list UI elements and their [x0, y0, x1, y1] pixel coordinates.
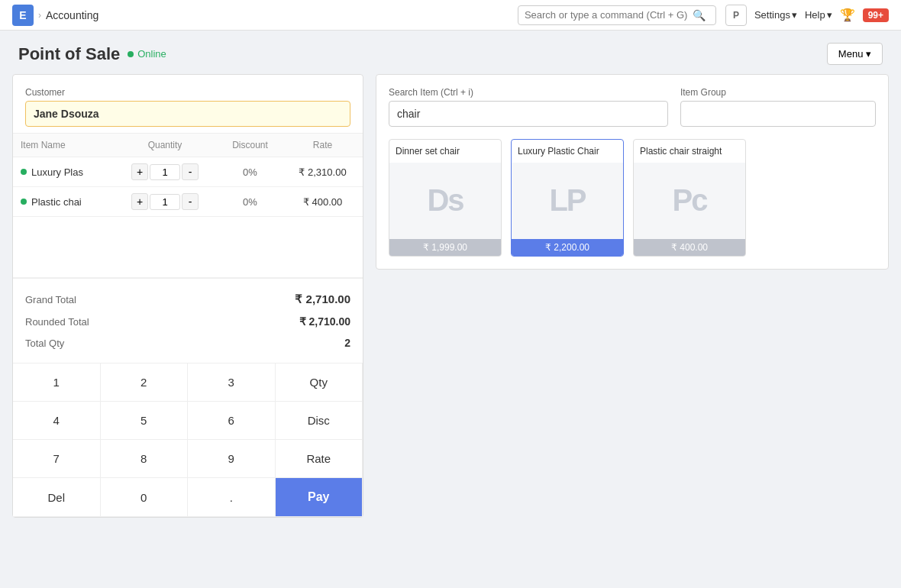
item-discount-cell: 0%	[218, 157, 283, 187]
product-thumbnail: Pc	[634, 163, 745, 239]
numpad-2-button[interactable]: 2	[101, 363, 189, 402]
grand-total-value: ₹ 2,710.00	[295, 292, 350, 306]
numpad-4-button[interactable]: 4	[13, 402, 101, 440]
status-label: Online	[137, 48, 166, 60]
page-header: Point of Sale Online Menu ▾	[0, 31, 901, 74]
numpad-0-button[interactable]: 0	[101, 478, 189, 517]
item-group-section: Item Group	[680, 87, 876, 127]
col-header-item-name: Item Name	[13, 134, 112, 157]
numpad-rate-button[interactable]: Rate	[276, 440, 363, 478]
item-qty-cell: + -	[112, 157, 218, 187]
numpad-del-button[interactable]: Del	[13, 478, 101, 517]
product-price: ₹ 2,200.00	[512, 239, 623, 256]
product-card[interactable]: Luxury Plastic Chair LP ₹ 2,200.00	[511, 139, 624, 257]
numpad-9-button[interactable]: 9	[188, 440, 276, 478]
grand-total-row: Grand Total ₹ 2,710.00	[25, 288, 350, 311]
qty-input[interactable]	[150, 194, 180, 210]
qty-plus-button[interactable]: +	[131, 193, 148, 210]
trophy-icon: 🏆	[840, 8, 855, 22]
grand-total-label: Grand Total	[25, 294, 76, 305]
product-name: Plastic chair straight	[634, 140, 745, 163]
item-rate-cell: ₹ 2,310.00	[283, 157, 363, 187]
numpad-grid: 123Qty456Disc789RateDel0.Pay	[13, 363, 363, 517]
product-card[interactable]: Dinner set chair Ds ₹ 1,999.00	[389, 139, 502, 257]
nav-chevron-icon: ›	[38, 10, 41, 21]
numpad-5-button[interactable]: 5	[101, 402, 189, 440]
item-rate-cell: ₹ 400.00	[283, 187, 363, 217]
settings-button[interactable]: Settings ▾	[754, 9, 797, 21]
product-thumbnail: LP	[512, 163, 623, 239]
item-name-cell: Plastic chai	[13, 187, 112, 217]
item-status-dot	[21, 169, 27, 175]
numpad-1-button[interactable]: 1	[13, 363, 101, 402]
product-name: Luxury Plastic Chair	[512, 140, 623, 163]
numpad-disc-button[interactable]: Disc	[276, 402, 363, 440]
col-header-rate: Rate	[283, 134, 363, 157]
product-abbr: Ds	[427, 183, 463, 218]
numpad-pay-button[interactable]: Pay	[276, 478, 363, 517]
nav-module-label: Accounting	[46, 9, 98, 21]
product-grid: Dinner set chair Ds ₹ 1,999.00 Luxury Pl…	[389, 139, 876, 257]
numpad-6-button[interactable]: 6	[188, 402, 276, 440]
search-row: Search Item (Ctrl + i) Item Group	[389, 87, 876, 127]
item-name-cell: Luxury Plas	[13, 157, 112, 187]
product-card[interactable]: Plastic chair straight Pc ₹ 400.00	[633, 139, 746, 257]
search-item-input[interactable]	[389, 101, 668, 127]
search-item-group: Search Item (Ctrl + i)	[389, 87, 668, 127]
numpad-.-button[interactable]: .	[188, 478, 276, 517]
table-row: Plastic chai + - 0% ₹ 400.00	[13, 187, 363, 217]
status-dot-icon	[128, 51, 134, 57]
numpad-7-button[interactable]: 7	[13, 440, 101, 478]
item-table: Item Name Quantity Discount Rate Luxury …	[13, 133, 363, 278]
qty-minus-button[interactable]: -	[182, 193, 199, 210]
table-row: Luxury Plas + - 0% ₹ 2,310.00	[13, 157, 363, 187]
page-title-wrap: Point of Sale Online	[18, 44, 166, 64]
app-icon: E	[12, 5, 34, 26]
numpad-qty-button[interactable]: Qty	[276, 363, 363, 402]
rounded-total-label: Rounded Total	[25, 316, 89, 328]
customer-label: Customer	[25, 87, 350, 98]
item-name: Luxury Plas	[31, 166, 83, 178]
item-qty-cell: + -	[112, 187, 218, 217]
menu-button[interactable]: Menu ▾	[827, 43, 883, 65]
main-layout: Customer Item Name Quantity Discount Rat…	[0, 74, 901, 530]
help-button[interactable]: Help ▾	[805, 9, 832, 21]
item-discount-cell: 0%	[218, 187, 283, 217]
numpad-8-button[interactable]: 8	[101, 440, 189, 478]
search-area: Search Item (Ctrl + i) Item Group Dinner…	[376, 74, 889, 270]
qty-minus-button[interactable]: -	[182, 163, 199, 180]
item-group-input[interactable]	[680, 101, 876, 127]
right-panel: Search Item (Ctrl + i) Item Group Dinner…	[376, 74, 889, 518]
item-group-label: Item Group	[680, 87, 876, 98]
global-search-input[interactable]	[525, 9, 693, 21]
search-icon: 🔍	[693, 9, 706, 21]
numpad-3-button[interactable]: 3	[188, 363, 276, 402]
qty-input[interactable]	[150, 164, 180, 180]
rounded-total-value: ₹ 2,710.00	[299, 315, 350, 328]
col-header-discount: Discount	[218, 134, 283, 157]
table-header-row: Item Name Quantity Discount Rate	[13, 134, 363, 157]
product-abbr: Pc	[673, 183, 707, 218]
total-qty-row: Total Qty 2	[25, 332, 350, 354]
product-price: ₹ 400.00	[634, 239, 745, 256]
rounded-total-row: Rounded Total ₹ 2,710.00	[25, 311, 350, 332]
numpad: 123Qty456Disc789RateDel0.Pay	[13, 363, 363, 517]
search-item-label: Search Item (Ctrl + i)	[389, 87, 668, 98]
product-name: Dinner set chair	[389, 140, 501, 163]
totals-section: Grand Total ₹ 2,710.00 Rounded Total ₹ 2…	[13, 278, 363, 363]
topnav: E › Accounting 🔍 P Settings ▾ Help ▾ 🏆 9…	[0, 0, 901, 31]
product-thumbnail: Ds	[389, 163, 501, 239]
table-empty-row	[13, 217, 363, 278]
item-name: Plastic chai	[31, 196, 82, 208]
customer-section: Customer	[13, 75, 363, 133]
global-search[interactable]: 🔍	[518, 5, 716, 25]
nav-right-actions: P Settings ▾ Help ▾ 🏆 99+	[725, 5, 889, 26]
qty-plus-button[interactable]: +	[131, 163, 148, 180]
item-status-dot	[21, 199, 27, 205]
status-badge: Online	[128, 48, 166, 60]
notification-badge: 99+	[863, 8, 889, 22]
col-header-quantity: Quantity	[112, 134, 218, 157]
customer-input[interactable]	[25, 101, 350, 127]
product-price: ₹ 1,999.00	[389, 239, 501, 256]
total-qty-label: Total Qty	[25, 338, 64, 349]
